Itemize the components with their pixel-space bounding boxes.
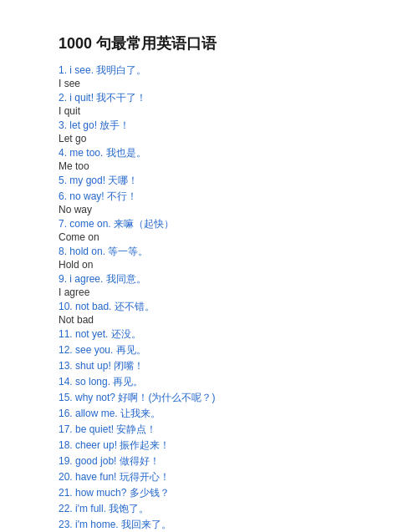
- list-item: 18. cheer up! 振作起来！: [59, 438, 376, 453]
- item-english: 11. not yet. 还没。: [59, 327, 376, 342]
- page-title: 1000 句最常用英语口语: [59, 33, 376, 53]
- list-item: 23. i'm home. 我回来了。: [59, 518, 376, 532]
- item-english: 15. why not? 好啊！(为什么不呢？): [59, 391, 376, 405]
- list-item: 14. so long. 再见。: [59, 375, 376, 389]
- item-english: 20. have fun! 玩得开心！: [59, 470, 376, 484]
- list-item: 21. how much? 多少钱？: [59, 486, 376, 500]
- item-english: 14. so long. 再见。: [59, 375, 376, 389]
- item-translation: I quit: [59, 105, 376, 117]
- item-translation: Me too: [59, 160, 376, 172]
- item-english: 9. i agree. 我同意。: [59, 272, 376, 286]
- list-item: 1. i see. 我明白了。I see: [59, 63, 376, 89]
- list-item: 20. have fun! 玩得开心！: [59, 470, 376, 484]
- item-english: 22. i'm full. 我饱了。: [59, 502, 376, 516]
- item-english: 21. how much? 多少钱？: [59, 486, 376, 500]
- list-item: 7. come on. 来嘛（起快）Come on: [59, 217, 376, 243]
- item-translation: I agree: [59, 286, 376, 298]
- list-item: 11. not yet. 还没。: [59, 327, 376, 342]
- item-english: 6. no way! 不行！: [59, 190, 376, 204]
- item-english: 17. be quiet! 安静点！: [59, 423, 376, 437]
- item-english: 8. hold on. 等一等。: [59, 245, 376, 259]
- item-translation: Hold on: [59, 259, 376, 271]
- item-english: 18. cheer up! 振作起来！: [59, 438, 376, 453]
- list-item: 13. shut up! 闭嘴！: [59, 359, 376, 373]
- list-item: 3. let go! 放手！Let go: [59, 119, 376, 144]
- list-item: 15. why not? 好啊！(为什么不呢？): [59, 391, 376, 405]
- items-list: 1. i see. 我明白了。I see2. i quit! 我不干了！I qu…: [59, 63, 376, 532]
- list-item: 19. good job! 做得好！: [59, 454, 376, 469]
- item-translation: Not bad: [59, 314, 376, 326]
- item-english: 16. allow me. 让我来。: [59, 407, 376, 421]
- list-item: 12. see you. 再见。: [59, 343, 376, 357]
- list-item: 10. not bad. 还不错。Not bad: [59, 300, 376, 326]
- list-item: 9. i agree. 我同意。I agree: [59, 272, 376, 298]
- item-english: 10. not bad. 还不错。: [59, 300, 376, 314]
- list-item: 2. i quit! 我不干了！I quit: [59, 91, 376, 117]
- item-english: 13. shut up! 闭嘴！: [59, 359, 376, 373]
- item-english: 1. i see. 我明白了。: [59, 63, 376, 78]
- item-english: 7. come on. 来嘛（起快）: [59, 217, 376, 231]
- item-english: 4. me too. 我也是。: [59, 146, 376, 160]
- item-english: 19. good job! 做得好！: [59, 454, 376, 469]
- item-translation: Come on: [59, 231, 376, 243]
- list-item: 22. i'm full. 我饱了。: [59, 502, 376, 516]
- list-item: 16. allow me. 让我来。: [59, 407, 376, 421]
- item-english: 3. let go! 放手！: [59, 119, 376, 133]
- list-item: 5. my god! 天哪！: [59, 174, 376, 188]
- item-english: 23. i'm home. 我回来了。: [59, 518, 376, 532]
- item-translation: No way: [59, 204, 376, 215]
- list-item: 8. hold on. 等一等。Hold on: [59, 245, 376, 271]
- item-english: 12. see you. 再见。: [59, 343, 376, 357]
- list-item: 6. no way! 不行！No way: [59, 190, 376, 215]
- list-item: 4. me too. 我也是。Me too: [59, 146, 376, 172]
- item-english: 2. i quit! 我不干了！: [59, 91, 376, 105]
- list-item: 17. be quiet! 安静点！: [59, 423, 376, 437]
- item-translation: Let go: [59, 133, 376, 144]
- item-english: 5. my god! 天哪！: [59, 174, 376, 188]
- item-translation: I see: [59, 78, 376, 89]
